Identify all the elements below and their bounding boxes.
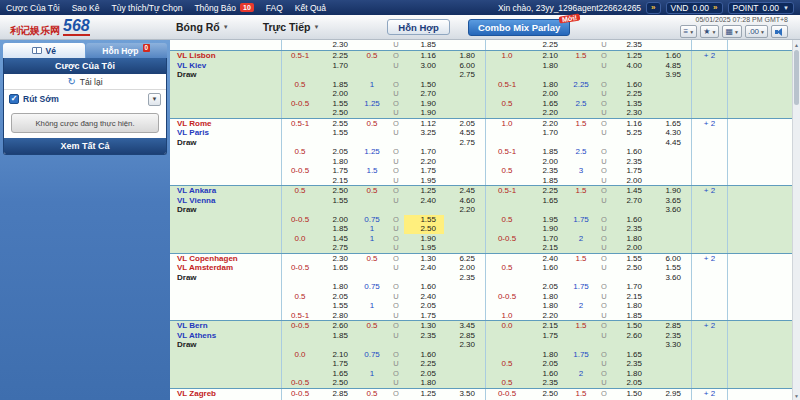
odds-cell[interactable]: 2.50 xyxy=(404,224,444,234)
odds-cell[interactable]: 2.10 xyxy=(528,51,566,61)
more-bets-link[interactable]: + 2 xyxy=(692,51,728,61)
odds-cell[interactable]: 2.60 xyxy=(612,331,650,341)
odds-cell[interactable]: 1.60 xyxy=(404,350,444,360)
site-logo[interactable]: 利记娱乐网 568 xyxy=(10,18,138,36)
scroll-up-arrow[interactable]: ▲ xyxy=(793,40,800,49)
scroll-down-arrow[interactable]: ▼ xyxy=(793,391,800,400)
odds-cell[interactable]: 2.30 xyxy=(612,108,650,118)
speaker-icon[interactable] xyxy=(771,25,788,38)
x12-odds[interactable]: 3.50 xyxy=(444,389,486,399)
odds-cell[interactable]: 1.16 xyxy=(612,119,650,129)
odds-cell[interactable]: 1.80 xyxy=(404,378,444,388)
odds-cell[interactable]: 2.25 xyxy=(404,359,444,369)
odds-cell[interactable]: 1.55 xyxy=(318,301,356,311)
x12-odds[interactable]: 4.85 xyxy=(650,61,692,71)
odds-cell[interactable]: 1.55 xyxy=(318,196,356,206)
odds-cell[interactable]: 2.25 xyxy=(612,89,650,99)
odds-cell[interactable]: 2.00 xyxy=(318,215,356,225)
topbar-link[interactable]: Kết Quả xyxy=(295,3,326,13)
odds-cell[interactable]: 2.15 xyxy=(612,292,650,302)
x12-odds[interactable]: 4.45 xyxy=(650,138,692,148)
odds-cell[interactable]: 1.65 xyxy=(528,99,566,109)
odds-cell[interactable]: 5.25 xyxy=(612,128,650,138)
odds-cell[interactable]: 1.95 xyxy=(528,215,566,225)
odds-cell[interactable]: 1.25 xyxy=(404,186,444,196)
odds-cell[interactable]: 1.60 xyxy=(528,263,566,273)
early-payout-dropdown[interactable]: ▼ xyxy=(148,93,161,106)
odds-cell[interactable]: 1.90 xyxy=(404,234,444,244)
odds-cell[interactable]: 1.85 xyxy=(318,331,356,341)
odds-cell[interactable]: 4.00 xyxy=(612,61,650,71)
odds-cell[interactable]: 1.80 xyxy=(318,157,356,167)
odds-cell[interactable]: 2.00 xyxy=(318,89,356,99)
odds-cell[interactable]: 2.35 xyxy=(612,40,650,50)
odds-cell[interactable]: 2.05 xyxy=(612,378,650,388)
odds-cell[interactable]: 2.50 xyxy=(528,389,566,399)
odds-cell[interactable]: 1.12 xyxy=(404,119,444,129)
odds-cell[interactable]: 1.75 xyxy=(612,166,650,176)
favorites-icon[interactable]: ★▼ xyxy=(700,25,719,38)
odds-cell[interactable]: 2.15 xyxy=(528,321,566,331)
x12-odds[interactable]: 4.60 xyxy=(444,196,486,206)
odds-cell[interactable]: 1.85 xyxy=(404,40,444,50)
odds-cell[interactable]: 1.45 xyxy=(318,234,356,244)
odds-cell[interactable]: 2.70 xyxy=(612,196,650,206)
x12-odds[interactable]: 2.20 xyxy=(444,205,486,215)
odds-cell[interactable]: 2.05 xyxy=(528,282,566,292)
odds-cell[interactable]: 2.35 xyxy=(612,359,650,369)
odds-cell[interactable]: 1.80 xyxy=(528,301,566,311)
odds-cell[interactable]: 2.05 xyxy=(318,292,356,302)
odds-cell[interactable]: 2.70 xyxy=(404,89,444,99)
odds-cell[interactable]: 1.80 xyxy=(528,350,566,360)
odds-cell[interactable]: 1.65 xyxy=(612,350,650,360)
x12-odds[interactable]: 1.65 xyxy=(650,119,692,129)
odds-cell[interactable]: 1.75 xyxy=(528,331,566,341)
odds-cell[interactable]: 2.50 xyxy=(318,378,356,388)
odds-cell[interactable]: 1.25 xyxy=(612,51,650,61)
odds-cell[interactable]: 2.55 xyxy=(318,119,356,129)
x12-odds[interactable]: 2.75 xyxy=(444,138,486,148)
x12-odds[interactable]: 2.95 xyxy=(650,389,692,399)
combo-mix-parlay-button[interactable]: Combo Mix Parlay Mới! xyxy=(468,19,570,36)
view-all-button[interactable]: Xem Tất Cả xyxy=(4,138,166,154)
point-dropdown[interactable]: POINT 0.00 ▼ xyxy=(728,2,794,14)
odds-cell[interactable]: 2.50 xyxy=(318,108,356,118)
x12-odds[interactable]: 3.30 xyxy=(650,340,692,350)
odds-cell[interactable]: 1.30 xyxy=(404,254,444,264)
odds-cell[interactable]: 2.50 xyxy=(318,186,356,196)
mix-parlay-button[interactable]: Hỗn Hợp xyxy=(387,19,450,35)
vertical-scrollbar[interactable]: ▲ ▼ xyxy=(792,40,800,400)
odds-cell[interactable]: 1.80 xyxy=(528,292,566,302)
odds-format-select[interactable]: .00▼ xyxy=(745,25,768,38)
odds-cell[interactable]: 2.60 xyxy=(318,321,356,331)
odds-cell[interactable]: 2.75 xyxy=(318,243,356,253)
odds-cell[interactable]: 2.40 xyxy=(404,263,444,273)
odds-cell[interactable]: 1.75 xyxy=(318,359,356,369)
x12-odds[interactable]: 3.65 xyxy=(650,196,692,206)
odds-cell[interactable]: 1.60 xyxy=(612,215,650,225)
more-bets-link[interactable]: + 2 xyxy=(692,119,728,129)
odds-cell[interactable]: 1.90 xyxy=(528,224,566,234)
odds-cell[interactable]: 1.16 xyxy=(404,51,444,61)
x12-odds[interactable]: 2.05 xyxy=(444,119,486,129)
x12-odds[interactable]: 2.85 xyxy=(650,321,692,331)
odds-cell[interactable]: 1.95 xyxy=(404,176,444,186)
odds-cell[interactable]: 2.20 xyxy=(404,157,444,167)
x12-odds[interactable]: 2.35 xyxy=(650,331,692,341)
scrollbar-thumb[interactable] xyxy=(794,50,799,105)
odds-cell[interactable]: 1.85 xyxy=(528,176,566,186)
odds-cell[interactable]: 2.20 xyxy=(528,119,566,129)
market-view-icon[interactable]: ▦▼ xyxy=(722,25,742,38)
odds-cell[interactable]: 1.85 xyxy=(318,224,356,234)
odds-cell[interactable]: 2.35 xyxy=(612,157,650,167)
x12-odds[interactable]: 1.80 xyxy=(444,51,486,61)
display-settings-icon[interactable]: ≡▼ xyxy=(680,25,697,38)
odds-cell[interactable]: 2.85 xyxy=(318,389,356,399)
odds-cell[interactable]: 1.65 xyxy=(318,263,356,273)
x12-odds[interactable]: 6.25 xyxy=(444,254,486,264)
x12-odds[interactable]: 2.85 xyxy=(444,331,486,341)
odds-cell[interactable]: 1.55 xyxy=(612,254,650,264)
odds-cell[interactable]: 2.00 xyxy=(528,157,566,167)
nav-item[interactable]: Trực Tiếp▼ xyxy=(263,21,320,33)
nav-item[interactable]: Bóng Rổ▼ xyxy=(176,21,229,33)
